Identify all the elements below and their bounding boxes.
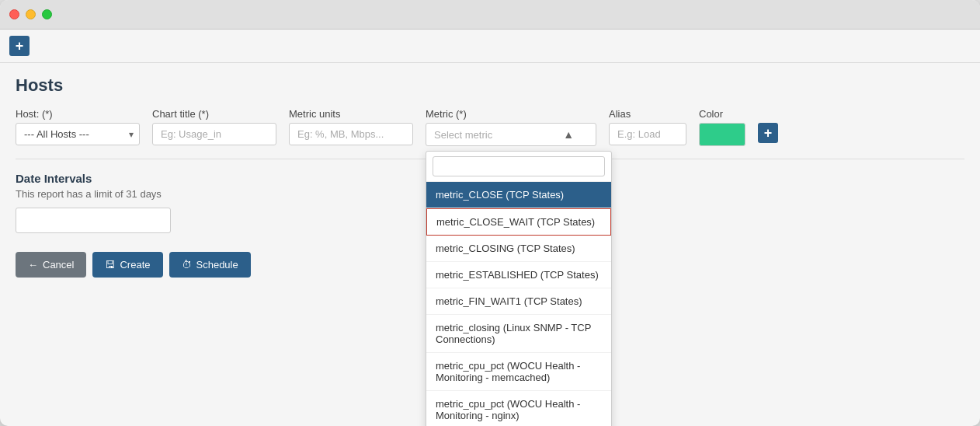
metric-select-container: Select metric ▲ metric_CLOSE (TCP <box>426 123 596 146</box>
color-swatch[interactable] <box>699 123 745 146</box>
alias-label: Alias <box>609 108 686 120</box>
metric-item-text: metric_CLOSING (TCP States) <box>436 243 575 254</box>
create-label: Create <box>120 259 150 271</box>
metric-select-placeholder: Select metric <box>434 129 492 141</box>
metric-select-button[interactable]: Select metric ▲ <box>426 123 596 146</box>
main-form-area: Hosts Host: (*) --- All Hosts --- ▾ Char… <box>0 63 980 290</box>
metric-item[interactable]: metric_ESTABLISHED (TCP States) <box>426 262 611 288</box>
metric-item-text: metric_cpu_pct (WOCU Health - Monitoring… <box>436 398 580 421</box>
add-col-spacer <box>758 108 778 120</box>
metric-item-text: metric_CLOSE (TCP States) <box>436 189 564 201</box>
metric-item[interactable]: metric_FIN_WAIT1 (TCP States) <box>426 288 611 315</box>
metric-item[interactable]: metric_cpu_pct (WOCU Health - Monitoring… <box>426 391 611 426</box>
chart-title-label: Chart title (*) <box>152 108 276 120</box>
color-group: Color <box>699 108 745 146</box>
metric-item-text: metric_CLOSE_WAIT (TCP States) <box>436 216 595 228</box>
maximize-button[interactable] <box>42 9 52 19</box>
metric-item[interactable]: metric_CLOSE (TCP States) <box>426 182 611 208</box>
toolbar-add-button[interactable]: + <box>9 36 30 56</box>
cancel-icon: ← <box>28 259 38 271</box>
chart-title-group: Chart title (*) <box>152 108 276 145</box>
metric-select-arrow-icon: ▲ <box>563 128 574 141</box>
metric-item[interactable]: metric_CLOSE_WAIT (TCP States) <box>426 208 611 236</box>
page-title: Hosts <box>16 75 964 96</box>
metric-search-container <box>426 152 611 182</box>
schedule-icon: ⏱ <box>182 259 192 271</box>
create-button[interactable]: 🖫 Create <box>92 252 162 278</box>
metric-dropdown: metric_CLOSE (TCP States) metric_CLOSE_W… <box>426 151 612 426</box>
close-button[interactable] <box>9 9 19 19</box>
metric-item-text: metric_cpu_pct (WOCU Health - Monitoring… <box>436 360 580 383</box>
metric-item-text: metric_closing (Linux SNMP - TCP Connect… <box>436 322 591 345</box>
cancel-button[interactable]: ← Cancel <box>16 252 86 278</box>
metric-item[interactable]: metric_CLOSING (TCP States) <box>426 236 611 262</box>
add-col-group: + <box>758 108 778 145</box>
schedule-label: Schedule <box>196 259 238 271</box>
metric-item[interactable]: metric_closing (Linux SNMP - TCP Connect… <box>426 315 611 353</box>
alias-group: Alias <box>609 108 686 145</box>
schedule-button[interactable]: ⏱ Schedule <box>169 252 251 278</box>
content-area: Hosts Host: (*) --- All Hosts --- ▾ Char… <box>0 63 980 426</box>
form-row: Host: (*) --- All Hosts --- ▾ Chart titl… <box>16 108 964 146</box>
metric-search-input[interactable] <box>433 156 605 176</box>
metric-item-text: metric_ESTABLISHED (TCP States) <box>436 269 599 281</box>
minimize-button[interactable] <box>26 9 36 19</box>
metric-units-group: Metric units <box>289 108 413 145</box>
metric-group: Metric (*) Select metric ▲ <box>426 108 596 146</box>
create-icon: 🖫 <box>105 259 115 271</box>
metric-units-input[interactable] <box>289 123 413 145</box>
metric-label: Metric (*) <box>426 108 596 120</box>
host-group: Host: (*) --- All Hosts --- ▾ <box>16 108 140 145</box>
metric-item-text: metric_FIN_WAIT1 (TCP States) <box>436 295 582 307</box>
metric-item[interactable]: metric_cpu_pct (WOCU Health - Monitoring… <box>426 353 611 391</box>
add-column-button[interactable]: + <box>758 123 778 143</box>
chart-title-input[interactable] <box>152 123 276 145</box>
main-window: + Hosts Host: (*) --- All Hosts --- ▾ <box>0 0 980 426</box>
host-select[interactable]: --- All Hosts --- <box>16 123 140 145</box>
color-label: Color <box>699 108 745 120</box>
metric-list: metric_CLOSE (TCP States) metric_CLOSE_W… <box>426 182 611 426</box>
host-label: Host: (*) <box>16 108 140 120</box>
title-bar <box>0 0 980 30</box>
cancel-label: Cancel <box>43 259 74 271</box>
alias-input[interactable] <box>609 123 686 145</box>
host-select-wrapper: --- All Hosts --- ▾ <box>16 123 140 145</box>
date-input[interactable]: Last 24 hours <box>16 208 171 233</box>
metric-units-label: Metric units <box>289 108 413 120</box>
toolbar: + <box>0 30 980 63</box>
